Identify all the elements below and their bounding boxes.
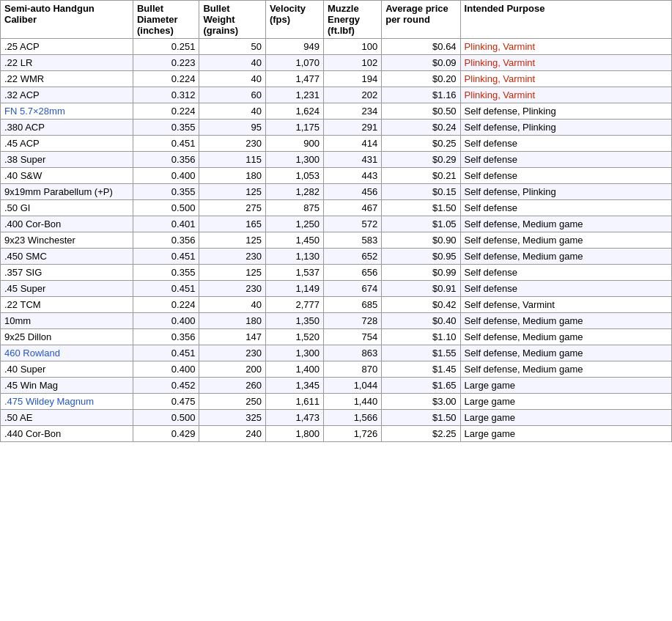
cell-velocity: 1,450 [265,232,323,249]
cell-energy: 467 [324,200,382,216]
cell-purpose: Self defense [460,200,671,216]
cell-energy: 443 [324,168,382,184]
cell-weight: 40 [199,55,265,71]
table-row: .32 ACP 0.312 60 1,231 202 $1.16 Plinkin… [1,87,672,103]
cell-caliber: .22 TCM [1,297,133,313]
cell-price: $0.24 [382,120,460,136]
cell-diameter: 0.356 [133,232,199,249]
cell-velocity: 1,282 [265,184,323,200]
cell-energy: 291 [324,120,382,136]
cell-velocity: 1,800 [265,426,323,442]
cell-energy: 728 [324,313,382,329]
cell-purpose: Self defense, Varmint [460,297,671,313]
table-row: .45 Super 0.451 230 1,149 674 $0.91 Self… [1,281,672,297]
cell-price: $0.25 [382,136,460,152]
cell-weight: 275 [199,200,265,216]
cell-diameter: 0.312 [133,87,199,103]
cell-diameter: 0.451 [133,136,199,152]
cell-purpose: Large game [460,410,671,426]
cell-price: $0.15 [382,184,460,200]
cell-caliber: FN 5.7×28mm [1,103,133,120]
cell-velocity: 2,777 [265,297,323,313]
cell-weight: 125 [199,265,265,281]
cell-velocity: 1,537 [265,265,323,281]
cell-diameter: 0.401 [133,216,199,232]
table-row: .25 ACP 0.251 50 949 100 $0.64 Plinking,… [1,39,672,55]
cell-weight: 180 [199,313,265,329]
cell-weight: 147 [199,329,265,345]
cell-weight: 125 [199,232,265,249]
cell-purpose: Self defense, Medium game [460,232,671,249]
cell-weight: 60 [199,87,265,103]
cell-purpose: Self defense, Medium game [460,361,671,378]
table-row: .38 Super 0.356 115 1,300 431 $0.29 Self… [1,152,672,168]
cell-energy: 1,566 [324,410,382,426]
cell-velocity: 1,149 [265,281,323,297]
cell-velocity: 1,130 [265,249,323,265]
cell-price: $0.09 [382,55,460,71]
cell-price: $1.10 [382,329,460,345]
cell-velocity: 875 [265,200,323,216]
cell-weight: 180 [199,168,265,184]
cell-energy: 100 [324,39,382,55]
cell-price: $0.20 [382,71,460,87]
header-purpose: Intended Purpose [460,1,671,39]
header-velocity: Velocity (fps) [265,1,323,39]
table-row: 9x23 Winchester 0.356 125 1,450 583 $0.9… [1,232,672,249]
cell-purpose: Plinking, Varmint [460,87,671,103]
header-price: Average price per round [382,1,460,39]
cell-purpose: Self defense, Medium game [460,249,671,265]
table-row: .357 SIG 0.355 125 1,537 656 $0.99 Self … [1,265,672,281]
cell-weight: 165 [199,216,265,232]
cell-diameter: 0.400 [133,168,199,184]
caliber-table: Semi-auto Handgun Caliber Bullet Diamete… [0,0,672,442]
cell-purpose: Self defense, Plinking [460,120,671,136]
cell-price: $1.50 [382,200,460,216]
cell-price: $1.55 [382,345,460,361]
header-weight: Bullet Weight (grains) [199,1,265,39]
cell-price: $0.40 [382,313,460,329]
cell-price: $0.21 [382,168,460,184]
cell-diameter: 0.451 [133,345,199,361]
cell-energy: 234 [324,103,382,120]
cell-purpose: Plinking, Varmint [460,71,671,87]
cell-energy: 572 [324,216,382,232]
cell-weight: 115 [199,152,265,168]
cell-weight: 230 [199,281,265,297]
cell-caliber: .475 Wildey Magnum [1,394,133,410]
cell-diameter: 0.400 [133,361,199,378]
cell-caliber: .45 ACP [1,136,133,152]
table-row: .45 Win Mag 0.452 260 1,345 1,044 $1.65 … [1,378,672,394]
cell-price: $0.91 [382,281,460,297]
cell-purpose: Self defense [460,168,671,184]
cell-caliber: .38 Super [1,152,133,168]
cell-energy: 102 [324,55,382,71]
cell-energy: 1,726 [324,426,382,442]
table-row: .475 Wildey Magnum 0.475 250 1,611 1,440… [1,394,672,410]
cell-caliber: .440 Cor-Bon [1,426,133,442]
cell-caliber: .22 LR [1,55,133,71]
cell-weight: 200 [199,361,265,378]
cell-diameter: 0.475 [133,394,199,410]
table-row: 460 Rowland 0.451 230 1,300 863 $1.55 Se… [1,345,672,361]
cell-weight: 40 [199,297,265,313]
cell-energy: 870 [324,361,382,378]
cell-caliber: .50 GI [1,200,133,216]
cell-velocity: 1,250 [265,216,323,232]
cell-caliber: .400 Cor-Bon [1,216,133,232]
table-row: 9x25 Dillon 0.356 147 1,520 754 $1.10 Se… [1,329,672,345]
cell-purpose: Plinking, Varmint [460,55,671,71]
cell-caliber: .45 Win Mag [1,378,133,394]
table-row: .40 Super 0.400 200 1,400 870 $1.45 Self… [1,361,672,378]
cell-velocity: 1,350 [265,313,323,329]
cell-caliber: 10mm [1,313,133,329]
cell-price: $1.16 [382,87,460,103]
cell-weight: 230 [199,345,265,361]
cell-velocity: 1,345 [265,378,323,394]
cell-velocity: 1,477 [265,71,323,87]
cell-energy: 1,044 [324,378,382,394]
cell-energy: 754 [324,329,382,345]
cell-price: $0.50 [382,103,460,120]
cell-diameter: 0.355 [133,265,199,281]
cell-price: $1.50 [382,410,460,426]
